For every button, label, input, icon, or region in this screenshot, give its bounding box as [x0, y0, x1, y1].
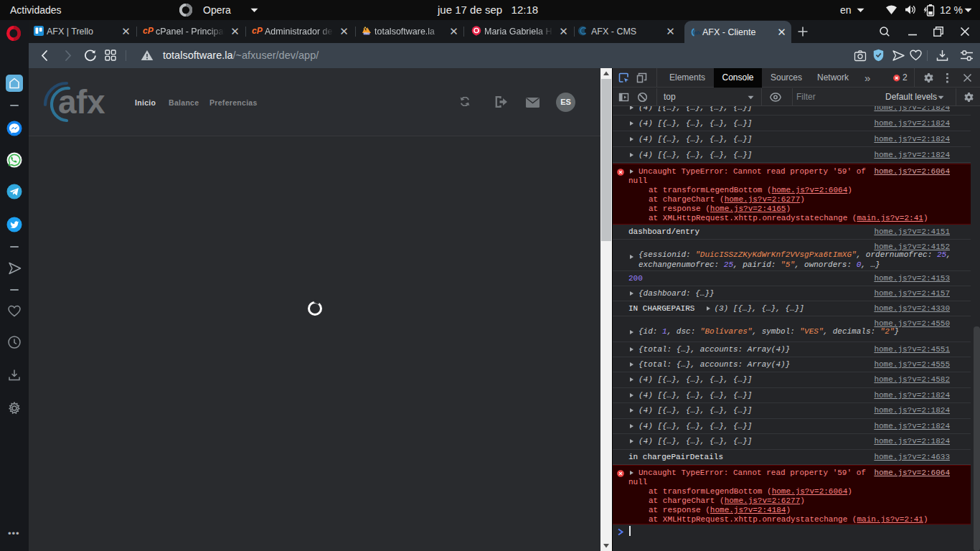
svg-text:PRO: PRO: [364, 32, 369, 35]
svg-text:afx: afx: [694, 30, 701, 35]
